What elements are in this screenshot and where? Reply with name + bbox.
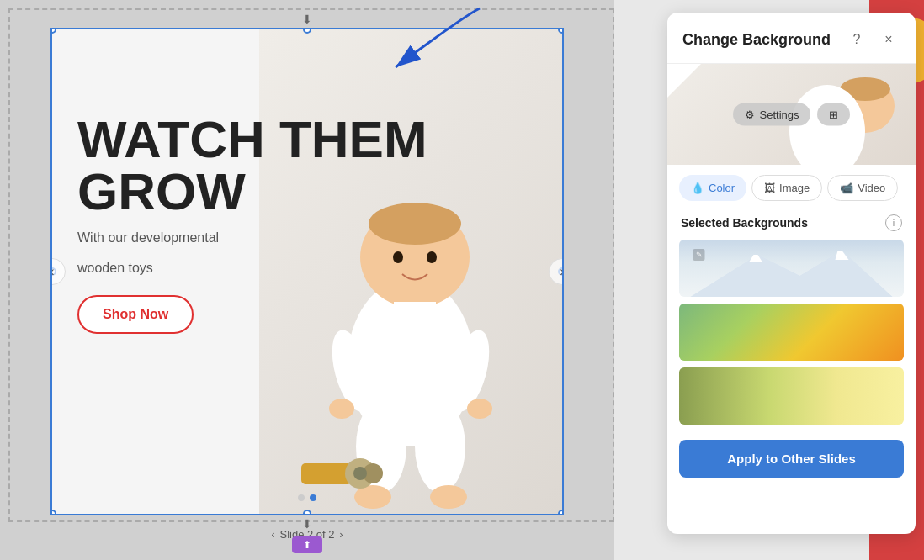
prev-label-arrow[interactable]: ‹: [271, 529, 274, 541]
corner-fold: [667, 64, 701, 98]
svg-point-9: [467, 399, 492, 419]
svg-point-13: [430, 485, 467, 509]
tab-video[interactable]: 📹 Video: [827, 175, 898, 201]
svg-marker-25: [691, 251, 893, 297]
svg-point-8: [329, 399, 354, 419]
close-icon: ×: [884, 32, 892, 47]
apply-to-other-slides-button[interactable]: Apply to Other Slides: [679, 440, 904, 478]
dot-1[interactable]: [298, 494, 305, 501]
dot-2[interactable]: [310, 494, 316, 501]
bg-thumbnails: ✎: [667, 236, 916, 428]
left-arrow-icon: ‹: [50, 264, 55, 279]
canvas-area: ⬇ ‹ ›: [0, 0, 614, 560]
info-icon-text: i: [893, 218, 895, 228]
handle-br[interactable]: [558, 510, 564, 515]
slide-dots: [298, 494, 316, 501]
sliders-icon: ⊞: [829, 108, 838, 121]
svg-point-11: [415, 400, 465, 493]
slide-text-area: WATCH THEM GROW With our developmental w…: [77, 114, 427, 334]
image-tab-label: Image: [779, 182, 810, 194]
slide-content: WATCH THEM GROW With our developmental w…: [52, 29, 562, 514]
svg-text:✎: ✎: [696, 251, 703, 259]
slide-headline-line1: WATCH THEM: [77, 114, 427, 166]
tab-image[interactable]: 🖼 Image: [751, 175, 822, 201]
bottom-anchor-icon[interactable]: ⬇: [299, 515, 316, 532]
svg-rect-15: [301, 463, 352, 484]
svg-point-5: [427, 251, 437, 263]
settings-pill[interactable]: ⚙ Settings: [733, 103, 811, 126]
bg-thumb-citrus[interactable]: [679, 304, 904, 361]
slide-subtext-line2: wooden toys: [77, 258, 427, 278]
handle-bl[interactable]: [50, 510, 56, 515]
video-tab-label: Video: [858, 182, 885, 194]
bg-thumb-mountain[interactable]: ✎: [679, 240, 904, 297]
slide-headline-line2: GROW: [77, 166, 427, 218]
panel-thumbnail: ⚙ Settings ⊞: [667, 64, 916, 165]
section-label-row: Selected Backgrounds i: [667, 208, 916, 236]
bg-thumb-gradient[interactable]: [679, 367, 904, 425]
video-tab-icon: 📹: [840, 182, 853, 194]
settings-pill-label: Settings: [760, 108, 799, 121]
tabs-row: 💧 Color 🖼 Image 📹 Video: [667, 165, 916, 208]
top-anchor-icon[interactable]: ⬇: [299, 11, 316, 28]
handle-bc[interactable]: [303, 510, 311, 515]
slide-container: ‹ ›: [50, 28, 564, 515]
toy-svg: [293, 446, 394, 497]
slide-outer: ⬇ ‹ ›: [50, 28, 564, 515]
selected-backgrounds-label: Selected Backgrounds: [681, 216, 808, 230]
close-button[interactable]: ×: [877, 28, 900, 51]
slide-subtext-line1: With our developmental: [77, 228, 427, 248]
panel-header-icons: ? ×: [845, 28, 900, 51]
right-arrow-icon: ›: [560, 264, 564, 279]
image-tab-icon: 🖼: [764, 182, 775, 194]
tab-color[interactable]: 💧 Color: [679, 175, 746, 201]
help-button[interactable]: ?: [845, 28, 868, 51]
sliders-pill[interactable]: ⊞: [817, 103, 850, 126]
info-icon[interactable]: i: [885, 214, 902, 231]
bottom-upload-button[interactable]: ⬆: [292, 536, 322, 553]
svg-point-18: [353, 467, 367, 480]
slide-headline: WATCH THEM GROW: [77, 114, 427, 218]
question-icon: ?: [853, 32, 861, 47]
handle-tr[interactable]: [558, 28, 564, 34]
settings-overlay: ⚙ Settings ⊞: [733, 103, 851, 126]
color-tab-icon: 💧: [691, 182, 704, 194]
change-background-panel: Change Background ? ×: [667, 13, 916, 534]
color-tab-label: Color: [709, 182, 735, 194]
mountain-svg: ✎: [679, 246, 904, 297]
shop-now-button[interactable]: Shop Now: [77, 295, 194, 334]
settings-gear-icon: ⚙: [745, 108, 755, 121]
panel-header: Change Background ? ×: [667, 13, 916, 64]
next-label-arrow[interactable]: ›: [340, 529, 343, 541]
panel-title: Change Background: [682, 31, 831, 49]
